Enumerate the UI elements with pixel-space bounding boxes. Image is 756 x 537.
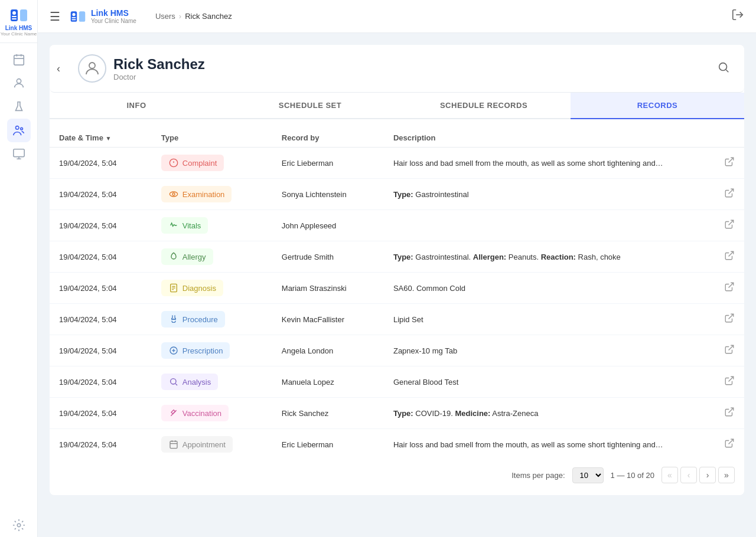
- cell-datetime: 19/04/2024, 5:04: [50, 335, 152, 366]
- cell-datetime: 19/04/2024, 5:04: [50, 179, 152, 210]
- open-record-icon[interactable]: [724, 440, 735, 450]
- cell-type: Allergy: [152, 241, 272, 273]
- analysis-icon: [168, 376, 179, 387]
- svg-line-47: [729, 376, 734, 381]
- svg-line-46: [175, 384, 177, 385]
- badge-prescription: Prescription: [161, 342, 230, 359]
- cell-description: Type: Gastrointestinal. Allergen: Peanut…: [384, 241, 715, 273]
- svg-line-33: [729, 251, 734, 256]
- table-row: 19/04/2024, 5:04VaccinationRick SanchezT…: [50, 398, 744, 429]
- next-page-button[interactable]: ›: [699, 467, 716, 483]
- prescription-icon: [168, 345, 179, 356]
- items-per-page-label: Items per page:: [511, 471, 565, 480]
- cell-action: [715, 398, 744, 429]
- open-record-icon[interactable]: [724, 221, 735, 231]
- svg-point-10: [15, 126, 19, 130]
- topbar-logo: Link HMS Your Clinic Name: [70, 8, 136, 25]
- table-row: 19/04/2024, 5:04AllergyGertrude SmithTyp…: [50, 241, 744, 273]
- cell-type: Vitals: [152, 210, 272, 241]
- breadcrumb-parent[interactable]: Users: [155, 12, 175, 21]
- main-content: ☰ Link HMS Your Clinic Name Users › Rick…: [38, 0, 756, 537]
- open-record-icon[interactable]: [724, 346, 735, 356]
- cell-recordby: Mariam Straszinski: [272, 273, 384, 304]
- badge-complaint: Complaint: [161, 155, 224, 171]
- open-record-icon[interactable]: [724, 315, 735, 325]
- cell-action: [715, 241, 744, 273]
- svg-rect-5: [14, 55, 24, 66]
- svg-rect-12: [13, 149, 24, 157]
- sidebar-item-monitor[interactable]: [7, 142, 31, 166]
- col-type: Type: [152, 129, 272, 148]
- sidebar-item-settings[interactable]: [7, 513, 31, 537]
- open-record-icon[interactable]: [724, 190, 735, 200]
- first-page-button[interactable]: «: [662, 467, 678, 483]
- svg-line-24: [726, 70, 728, 72]
- menu-icon[interactable]: ☰: [50, 9, 60, 24]
- cell-description: SA60. Common Cold: [384, 273, 715, 304]
- cell-action: [715, 335, 744, 366]
- cell-description: Lipid Set: [384, 304, 715, 335]
- table-row: 19/04/2024, 5:04DiagnosisMariam Straszin…: [50, 273, 744, 304]
- svg-point-15: [17, 523, 21, 527]
- sidebar-item-users[interactable]: [7, 71, 31, 95]
- cell-recordby: Eric Lieberman: [272, 148, 384, 179]
- cell-type: Diagnosis: [152, 273, 272, 304]
- svg-rect-4: [12, 18, 17, 19]
- cell-description: Hair loss and bad smell from the mouth, …: [384, 148, 715, 179]
- svg-point-23: [719, 63, 727, 70]
- cell-description: Type: COVID-19. Medicine: Astra-Zeneca: [384, 398, 715, 429]
- cell-description: Hair loss and bad smell from the mouth, …: [384, 429, 715, 460]
- profile-name: Rick Sanchez: [113, 56, 205, 73]
- open-record-icon[interactable]: [724, 159, 735, 169]
- badge-examination: Examination: [161, 186, 232, 202]
- logout-icon[interactable]: [731, 8, 744, 24]
- cell-description: [384, 210, 715, 241]
- logo-icon-top: [70, 8, 86, 25]
- tab-schedule-records[interactable]: SCHEDULE RECORDS: [397, 93, 571, 119]
- cell-datetime: 19/04/2024, 5:04: [50, 210, 152, 241]
- cell-datetime: 19/04/2024, 5:04: [50, 398, 152, 429]
- svg-line-44: [729, 345, 734, 350]
- tab-info[interactable]: INFO: [50, 93, 223, 119]
- per-page-select[interactable]: 10 20 50: [572, 467, 604, 483]
- back-button[interactable]: ‹: [57, 63, 60, 75]
- tab-records[interactable]: RECORDS: [571, 93, 744, 119]
- svg-point-22: [89, 63, 95, 68]
- open-record-icon[interactable]: [724, 378, 735, 388]
- sidebar-item-patients[interactable]: [7, 119, 31, 142]
- table-row: 19/04/2024, 5:04VitalsJohn Appleseed: [50, 210, 744, 241]
- cell-type: Vaccination: [152, 398, 272, 429]
- page-nav: « ‹ › »: [662, 467, 735, 483]
- avatar-wrap: [78, 54, 106, 83]
- svg-line-54: [729, 439, 734, 444]
- cell-recordby: Sonya Lichtenstein: [272, 179, 384, 210]
- col-datetime[interactable]: Date & Time ▼: [50, 129, 152, 148]
- diagnosis-icon: [168, 283, 179, 293]
- allergy-icon: [168, 251, 179, 262]
- cell-action: [715, 429, 744, 460]
- cell-recordby: Angela London: [272, 335, 384, 366]
- breadcrumb-current: Rick Sanchez: [185, 12, 232, 21]
- cell-recordby: Eric Lieberman: [272, 429, 384, 460]
- sidebar-item-calendar[interactable]: [7, 48, 31, 71]
- sidebar-item-lab[interactable]: [7, 95, 31, 119]
- topbar-logo-text: Link HMS Your Clinic Name: [91, 8, 136, 24]
- prev-page-button[interactable]: ‹: [680, 467, 697, 483]
- cell-type: Procedure: [152, 304, 272, 335]
- procedure-icon: [168, 314, 179, 325]
- search-icon[interactable]: [717, 61, 730, 77]
- cell-recordby: John Appleseed: [272, 210, 384, 241]
- col-recordby: Record by: [272, 129, 384, 148]
- table-row: 19/04/2024, 5:04ExaminationSonya Lichten…: [50, 179, 744, 210]
- open-record-icon[interactable]: [724, 253, 735, 263]
- last-page-button[interactable]: »: [718, 467, 735, 483]
- tab-schedule-set[interactable]: SCHEDULE SET: [223, 93, 397, 119]
- svg-point-45: [170, 379, 175, 384]
- svg-point-29: [170, 192, 177, 197]
- sidebar: Link HMS Your Clinic Name: [0, 0, 38, 537]
- svg-point-18: [72, 12, 75, 15]
- svg-point-30: [172, 193, 175, 195]
- open-record-icon[interactable]: [724, 284, 735, 294]
- app-subtitle: Your Clinic Name: [91, 18, 136, 24]
- open-record-icon[interactable]: [724, 409, 735, 419]
